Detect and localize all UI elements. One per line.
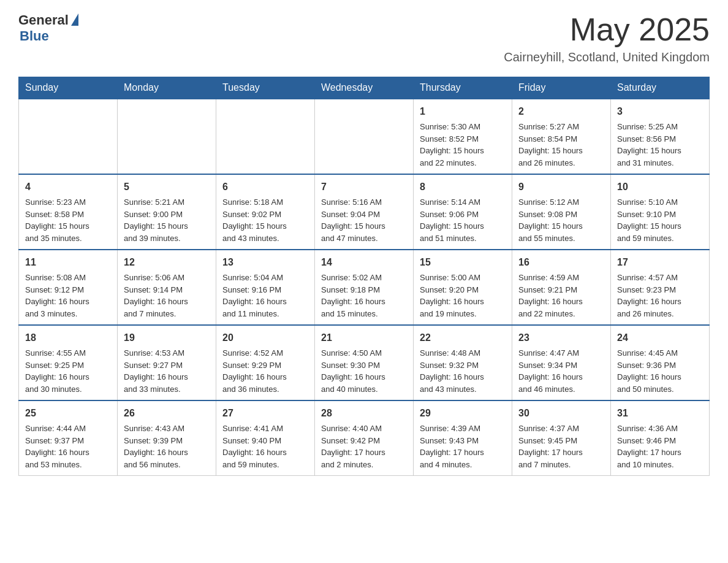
day-number: 8 [420, 180, 506, 194]
day-number: 31 [617, 406, 703, 421]
day-number: 9 [518, 180, 604, 194]
day-info: Sunrise: 4:45 AM Sunset: 9:36 PM Dayligh… [617, 347, 703, 395]
calendar-table: SundayMondayTuesdayWednesdayThursdayFrid… [18, 77, 710, 476]
calendar-day-header: Friday [512, 77, 611, 99]
calendar-day-cell: 17Sunrise: 4:57 AM Sunset: 9:23 PM Dayli… [611, 250, 710, 325]
day-info: Sunrise: 4:53 AM Sunset: 9:27 PM Dayligh… [124, 347, 210, 395]
calendar-day-cell: 29Sunrise: 4:39 AM Sunset: 9:43 PM Dayli… [414, 400, 512, 476]
day-info: Sunrise: 4:52 AM Sunset: 9:29 PM Dayligh… [222, 347, 308, 395]
calendar-day-cell: 24Sunrise: 4:45 AM Sunset: 9:36 PM Dayli… [611, 325, 710, 400]
calendar-day-cell: 27Sunrise: 4:41 AM Sunset: 9:40 PM Dayli… [216, 400, 315, 476]
day-number: 5 [124, 180, 210, 194]
calendar-week-row: 25Sunrise: 4:44 AM Sunset: 9:37 PM Dayli… [19, 400, 710, 476]
calendar-day-cell: 7Sunrise: 5:16 AM Sunset: 9:04 PM Daylig… [315, 174, 414, 250]
day-number: 18 [25, 331, 111, 345]
day-number: 22 [420, 331, 506, 345]
calendar-day-cell: 16Sunrise: 4:59 AM Sunset: 9:21 PM Dayli… [512, 250, 611, 325]
day-number: 2 [518, 104, 604, 119]
day-number: 15 [420, 255, 506, 270]
calendar-day-cell: 1Sunrise: 5:30 AM Sunset: 8:52 PM Daylig… [414, 99, 512, 174]
day-number: 13 [222, 255, 308, 270]
logo: General Blue [18, 12, 78, 44]
day-info: Sunrise: 5:25 AM Sunset: 8:56 PM Dayligh… [617, 121, 703, 169]
day-info: Sunrise: 5:08 AM Sunset: 9:12 PM Dayligh… [25, 272, 111, 320]
calendar-header-row: SundayMondayTuesdayWednesdayThursdayFrid… [19, 77, 710, 99]
day-info: Sunrise: 5:14 AM Sunset: 9:06 PM Dayligh… [420, 196, 506, 244]
day-info: Sunrise: 5:02 AM Sunset: 9:18 PM Dayligh… [321, 272, 407, 320]
calendar-day-cell: 25Sunrise: 4:44 AM Sunset: 9:37 PM Dayli… [19, 400, 118, 476]
day-number: 10 [617, 180, 703, 194]
day-info: Sunrise: 4:55 AM Sunset: 9:25 PM Dayligh… [25, 347, 111, 395]
calendar-day-cell: 9Sunrise: 5:12 AM Sunset: 9:08 PM Daylig… [512, 174, 611, 250]
calendar-day-cell: 5Sunrise: 5:21 AM Sunset: 9:00 PM Daylig… [118, 174, 216, 250]
day-number: 11 [25, 255, 111, 270]
calendar-day-header: Sunday [19, 77, 118, 99]
logo-triangle-icon [71, 13, 78, 26]
day-info: Sunrise: 5:16 AM Sunset: 9:04 PM Dayligh… [321, 196, 407, 244]
calendar-day-header: Thursday [414, 77, 512, 99]
day-info: Sunrise: 4:36 AM Sunset: 9:46 PM Dayligh… [617, 423, 703, 470]
day-info: Sunrise: 5:23 AM Sunset: 8:58 PM Dayligh… [25, 196, 111, 244]
day-number: 16 [518, 255, 604, 270]
day-info: Sunrise: 5:18 AM Sunset: 9:02 PM Dayligh… [222, 196, 308, 244]
day-number: 25 [25, 406, 111, 421]
calendar-day-cell: 22Sunrise: 4:48 AM Sunset: 9:32 PM Dayli… [414, 325, 512, 400]
calendar-day-cell: 15Sunrise: 5:00 AM Sunset: 9:20 PM Dayli… [414, 250, 512, 325]
day-number: 4 [25, 180, 111, 194]
logo-general-text: General [18, 12, 69, 28]
day-number: 17 [617, 255, 703, 270]
day-info: Sunrise: 5:10 AM Sunset: 9:10 PM Dayligh… [617, 196, 703, 244]
calendar-week-row: 18Sunrise: 4:55 AM Sunset: 9:25 PM Dayli… [19, 325, 710, 400]
day-info: Sunrise: 4:41 AM Sunset: 9:40 PM Dayligh… [222, 423, 308, 470]
day-info: Sunrise: 4:50 AM Sunset: 9:30 PM Dayligh… [321, 347, 407, 395]
calendar-day-cell: 23Sunrise: 4:47 AM Sunset: 9:34 PM Dayli… [512, 325, 611, 400]
calendar-day-cell: 31Sunrise: 4:36 AM Sunset: 9:46 PM Dayli… [611, 400, 710, 476]
calendar-day-header: Saturday [611, 77, 710, 99]
day-info: Sunrise: 4:40 AM Sunset: 9:42 PM Dayligh… [321, 423, 407, 470]
calendar-day-cell: 20Sunrise: 4:52 AM Sunset: 9:29 PM Dayli… [216, 325, 315, 400]
day-number: 20 [222, 331, 308, 345]
calendar-day-header: Monday [118, 77, 216, 99]
day-number: 7 [321, 180, 407, 194]
day-number: 23 [518, 331, 604, 345]
day-number: 14 [321, 255, 407, 270]
calendar-day-cell: 6Sunrise: 5:18 AM Sunset: 9:02 PM Daylig… [216, 174, 315, 250]
month-year-title: May 2025 [504, 12, 710, 47]
day-info: Sunrise: 5:00 AM Sunset: 9:20 PM Dayligh… [420, 272, 506, 320]
day-number: 30 [518, 406, 604, 421]
calendar-day-cell: 18Sunrise: 4:55 AM Sunset: 9:25 PM Dayli… [19, 325, 118, 400]
calendar-day-header: Wednesday [315, 77, 414, 99]
day-number: 6 [222, 180, 308, 194]
day-info: Sunrise: 4:47 AM Sunset: 9:34 PM Dayligh… [518, 347, 604, 395]
calendar-day-cell: 12Sunrise: 5:06 AM Sunset: 9:14 PM Dayli… [118, 250, 216, 325]
day-info: Sunrise: 5:27 AM Sunset: 8:54 PM Dayligh… [518, 121, 604, 169]
calendar-day-cell [315, 99, 414, 174]
day-info: Sunrise: 5:30 AM Sunset: 8:52 PM Dayligh… [420, 121, 506, 169]
day-info: Sunrise: 5:04 AM Sunset: 9:16 PM Dayligh… [222, 272, 308, 320]
calendar-day-cell: 26Sunrise: 4:43 AM Sunset: 9:39 PM Dayli… [118, 400, 216, 476]
logo-blue-text: Blue [20, 28, 49, 44]
location-subtitle: Cairneyhill, Scotland, United Kingdom [504, 50, 710, 64]
calendar-week-row: 1Sunrise: 5:30 AM Sunset: 8:52 PM Daylig… [19, 99, 710, 174]
calendar-week-row: 4Sunrise: 5:23 AM Sunset: 8:58 PM Daylig… [19, 174, 710, 250]
calendar-day-cell: 13Sunrise: 5:04 AM Sunset: 9:16 PM Dayli… [216, 250, 315, 325]
day-info: Sunrise: 5:06 AM Sunset: 9:14 PM Dayligh… [124, 272, 210, 320]
calendar-day-cell: 10Sunrise: 5:10 AM Sunset: 9:10 PM Dayli… [611, 174, 710, 250]
calendar-day-cell: 2Sunrise: 5:27 AM Sunset: 8:54 PM Daylig… [512, 99, 611, 174]
calendar-day-cell: 11Sunrise: 5:08 AM Sunset: 9:12 PM Dayli… [19, 250, 118, 325]
day-number: 3 [617, 104, 703, 119]
day-info: Sunrise: 4:37 AM Sunset: 9:45 PM Dayligh… [518, 423, 604, 470]
calendar-day-cell: 8Sunrise: 5:14 AM Sunset: 9:06 PM Daylig… [414, 174, 512, 250]
day-info: Sunrise: 4:43 AM Sunset: 9:39 PM Dayligh… [124, 423, 210, 470]
page-header: General Blue May 2025 Cairneyhill, Scotl… [18, 12, 710, 64]
day-number: 24 [617, 331, 703, 345]
day-info: Sunrise: 5:12 AM Sunset: 9:08 PM Dayligh… [518, 196, 604, 244]
calendar-day-cell [216, 99, 315, 174]
calendar-day-cell: 4Sunrise: 5:23 AM Sunset: 8:58 PM Daylig… [19, 174, 118, 250]
calendar-day-cell: 28Sunrise: 4:40 AM Sunset: 9:42 PM Dayli… [315, 400, 414, 476]
day-info: Sunrise: 5:21 AM Sunset: 9:00 PM Dayligh… [124, 196, 210, 244]
day-number: 1 [420, 104, 506, 119]
calendar-day-cell: 19Sunrise: 4:53 AM Sunset: 9:27 PM Dayli… [118, 325, 216, 400]
day-info: Sunrise: 4:39 AM Sunset: 9:43 PM Dayligh… [420, 423, 506, 470]
day-number: 26 [124, 406, 210, 421]
